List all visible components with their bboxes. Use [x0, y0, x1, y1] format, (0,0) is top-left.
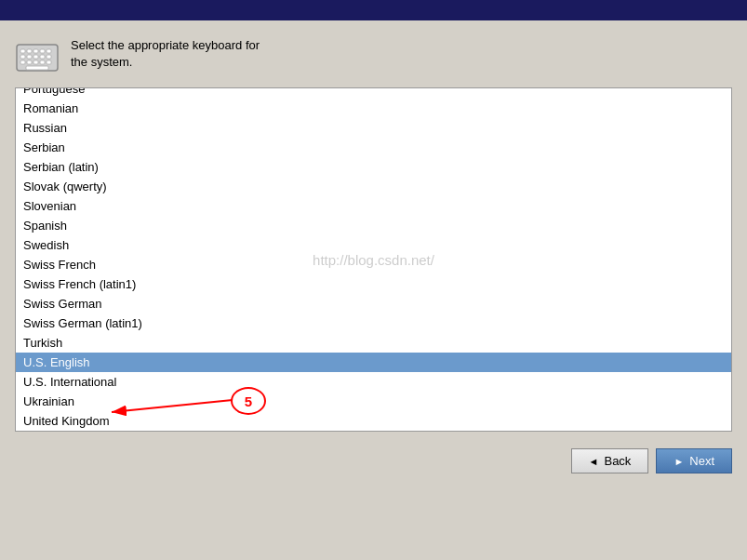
svg-rect-12 — [27, 60, 32, 64]
list-item[interactable]: U.S. English — [16, 353, 731, 372]
instruction-text: Select the appropriate keyboard for the … — [71, 37, 260, 71]
next-label: Next — [689, 454, 714, 468]
footer-buttons: ◄ Back ► Next — [0, 439, 747, 483]
list-item[interactable]: Swedish — [16, 235, 731, 255]
keyboard-icon — [15, 39, 60, 76]
list-item[interactable]: Spanish — [16, 216, 731, 235]
back-button[interactable]: ◄ Back — [571, 448, 649, 473]
svg-rect-4 — [40, 49, 45, 53]
list-item[interactable]: United Kingdom — [16, 411, 731, 431]
list-item[interactable]: Slovak (qwerty) — [16, 177, 731, 196]
list-item[interactable]: Serbian — [16, 138, 731, 157]
svg-rect-16 — [26, 66, 48, 70]
svg-rect-13 — [33, 60, 38, 64]
svg-rect-1 — [20, 49, 25, 53]
top-bar — [0, 0, 747, 20]
keyboard-list[interactable]: PortugueseRomanianRussianSerbianSerbian … — [16, 88, 731, 431]
list-item[interactable]: Swiss French — [16, 255, 731, 274]
svg-rect-11 — [20, 60, 25, 64]
keyboard-list-container: PortugueseRomanianRussianSerbianSerbian … — [15, 87, 732, 432]
svg-rect-6 — [20, 55, 25, 59]
list-item[interactable]: Slovenian — [16, 196, 731, 216]
svg-rect-10 — [47, 55, 51, 59]
svg-rect-14 — [40, 60, 45, 64]
list-item[interactable]: Turkish — [16, 333, 731, 353]
list-item[interactable]: Swiss German — [16, 294, 731, 313]
svg-rect-3 — [33, 49, 38, 53]
list-item[interactable]: Portuguese — [16, 88, 731, 99]
next-button[interactable]: ► Next — [656, 448, 732, 473]
list-item[interactable]: Ukrainian — [16, 392, 731, 411]
list-item[interactable]: Russian — [16, 118, 731, 138]
list-item[interactable]: Romanian — [16, 99, 731, 118]
back-label: Back — [604, 454, 631, 468]
svg-rect-8 — [33, 55, 38, 59]
svg-rect-2 — [27, 49, 32, 53]
header-area: Select the appropriate keyboard for the … — [0, 30, 747, 84]
back-icon: ◄ — [589, 456, 599, 467]
svg-rect-9 — [40, 55, 45, 59]
svg-rect-15 — [47, 60, 51, 64]
list-item[interactable]: Serbian (latin) — [16, 157, 731, 177]
next-icon: ► — [674, 456, 684, 467]
list-item[interactable]: Swiss German (latin1) — [16, 313, 731, 333]
svg-rect-5 — [47, 49, 51, 53]
svg-rect-7 — [27, 55, 32, 59]
list-item[interactable]: U.S. International — [16, 372, 731, 392]
list-item[interactable]: Swiss French (latin1) — [16, 274, 731, 294]
